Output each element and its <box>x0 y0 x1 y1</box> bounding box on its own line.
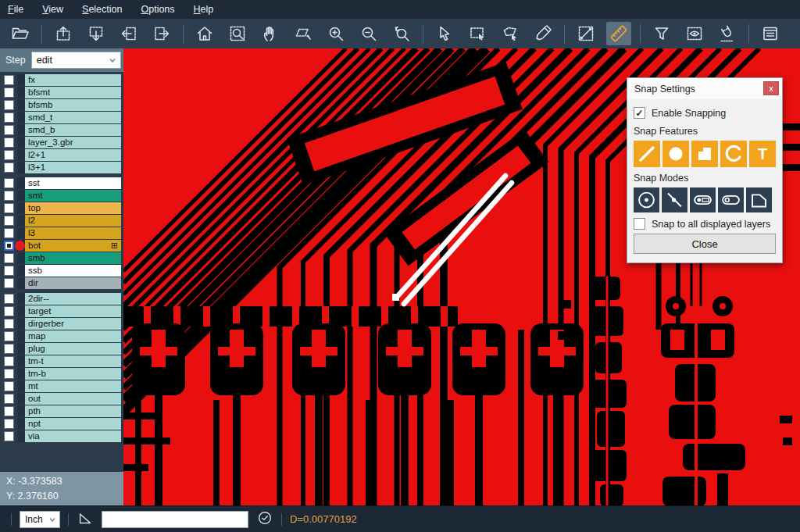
layer-label[interactable]: pth <box>25 405 121 417</box>
layer-label[interactable]: bfsmt <box>25 87 121 98</box>
layer-row[interactable]: map <box>0 330 123 342</box>
layer-row[interactable]: plug <box>0 343 123 355</box>
layer-row[interactable]: sst <box>0 177 123 189</box>
layer-row[interactable]: dirgerber <box>0 318 123 330</box>
layer-checkbox[interactable] <box>4 228 14 238</box>
snap-mode-center-button[interactable] <box>634 187 659 212</box>
layer-checkbox[interactable] <box>4 178 14 188</box>
layer-label[interactable]: smb <box>25 252 121 264</box>
zoom-previous-button[interactable] <box>389 22 414 45</box>
snap-all-layers-row[interactable]: Snap to all displayed layers <box>634 218 776 230</box>
layer-row[interactable]: l3+1 <box>0 162 123 173</box>
layer-checkbox[interactable] <box>4 266 14 276</box>
paint-select-button[interactable] <box>530 22 555 45</box>
move-view-button[interactable] <box>291 22 316 45</box>
layer-label[interactable]: smd_t <box>25 112 121 123</box>
layer-label[interactable]: smt <box>25 190 121 202</box>
layer-row[interactable]: via <box>0 430 123 442</box>
view-region-button[interactable] <box>682 22 707 45</box>
layer-label[interactable]: ssb <box>25 265 121 277</box>
layer-checkbox[interactable] <box>4 294 14 304</box>
layer-checkbox[interactable] <box>4 381 14 391</box>
zoom-in-button[interactable] <box>323 22 348 45</box>
apply-button[interactable] <box>256 509 273 530</box>
step-select[interactable]: edit <box>31 52 121 69</box>
close-button[interactable]: Close <box>634 234 776 254</box>
layer-label[interactable]: 2dir-- <box>25 293 121 305</box>
snap-mode-point-on-line-button[interactable] <box>662 187 688 212</box>
layer-label[interactable]: tm-b <box>25 368 121 380</box>
filter-button[interactable] <box>649 22 674 45</box>
layer-label[interactable]: sst <box>25 177 121 189</box>
layer-row[interactable]: smb <box>0 252 123 264</box>
measure-ruler-button[interactable] <box>606 22 631 45</box>
snap-mode-corner-button[interactable] <box>746 187 772 212</box>
layer-label[interactable]: l3 <box>25 227 121 239</box>
enable-snapping-row[interactable]: ✓ Enable Snapping <box>634 107 776 119</box>
command-input[interactable] <box>102 511 248 528</box>
layer-row[interactable]: tm-b <box>0 368 123 380</box>
layer-checkbox[interactable] <box>4 87 14 98</box>
zoom-area-button[interactable] <box>225 22 250 45</box>
layer-checkbox[interactable] <box>4 100 14 110</box>
layer-label[interactable]: map <box>25 330 121 342</box>
layer-checkbox[interactable] <box>4 344 14 354</box>
menu-view[interactable]: View <box>42 4 63 15</box>
layer-row[interactable]: smd_t <box>0 112 123 123</box>
layer-checkbox[interactable] <box>4 150 14 160</box>
layer-row[interactable]: npt <box>0 418 123 430</box>
layer-row[interactable]: l2 <box>0 215 123 227</box>
layer-checkbox[interactable] <box>4 278 14 288</box>
layer-label[interactable]: target <box>25 305 121 317</box>
layer-row[interactable]: l3 <box>0 227 123 239</box>
select-polygon-button[interactable] <box>498 22 523 45</box>
open-button[interactable] <box>8 22 33 45</box>
layer-label[interactable]: bot⊞ <box>25 240 121 252</box>
layer-checkbox[interactable] <box>4 203 14 213</box>
layer-label[interactable]: plug <box>25 343 121 355</box>
layer-label[interactable]: top <box>25 202 121 214</box>
layer-label[interactable]: l3+1 <box>25 162 121 173</box>
layer-checkbox[interactable] <box>4 394 14 404</box>
layer-row[interactable]: target <box>0 305 123 317</box>
layer-checkbox[interactable] <box>4 191 14 201</box>
layer-checkbox[interactable] <box>4 419 14 429</box>
layer-label[interactable]: dir <box>25 277 121 289</box>
layer-row[interactable]: pth <box>0 405 123 417</box>
layer-row[interactable]: mt <box>0 380 123 392</box>
layer-checkbox[interactable] <box>4 306 14 316</box>
snap-feature-line-button[interactable] <box>634 141 660 167</box>
menu-file[interactable]: File <box>8 4 23 15</box>
layer-label[interactable]: via <box>25 430 121 442</box>
layer-row[interactable]: out <box>0 393 123 405</box>
measure-line-button[interactable] <box>573 22 598 45</box>
layer-checkbox[interactable] <box>4 253 14 263</box>
layer-checkbox[interactable] <box>4 406 14 416</box>
menu-selection[interactable]: Selection <box>82 4 122 15</box>
select-rectangle-button[interactable] <box>465 22 490 45</box>
layer-label[interactable]: tm-t <box>25 355 121 367</box>
layer-row[interactable]: smd_b <box>0 124 123 136</box>
pan-down-button[interactable] <box>84 22 109 45</box>
layer-checkbox[interactable] <box>4 162 14 173</box>
active-layer-checkbox[interactable] <box>4 241 14 251</box>
layer-checkbox[interactable] <box>4 356 14 366</box>
layer-label[interactable]: dirgerber <box>25 318 121 330</box>
snap-feature-pad-button[interactable] <box>662 141 689 167</box>
layer-form-button[interactable] <box>758 22 783 45</box>
layer-row[interactable]: smt <box>0 190 123 202</box>
pan-left-button[interactable] <box>116 22 141 45</box>
zoom-out-button[interactable] <box>356 22 381 45</box>
snap-feature-text-button[interactable]: T <box>749 141 776 167</box>
layer-row[interactable]: ssb <box>0 265 123 277</box>
layer-label[interactable]: bfsmb <box>25 99 121 111</box>
layer-row[interactable]: bfsmt <box>0 87 123 98</box>
layer-checkbox[interactable] <box>4 319 14 329</box>
snap-feature-surface-button[interactable] <box>691 141 718 167</box>
layer-row-active[interactable]: bot⊞ <box>0 240 123 252</box>
layer-label[interactable]: smd_b <box>25 124 121 136</box>
layer-row[interactable]: 2dir-- <box>0 293 123 305</box>
menu-options[interactable]: Options <box>141 4 174 15</box>
pan-right-button[interactable] <box>149 22 174 45</box>
snap-all-layers-checkbox[interactable] <box>634 218 645 230</box>
